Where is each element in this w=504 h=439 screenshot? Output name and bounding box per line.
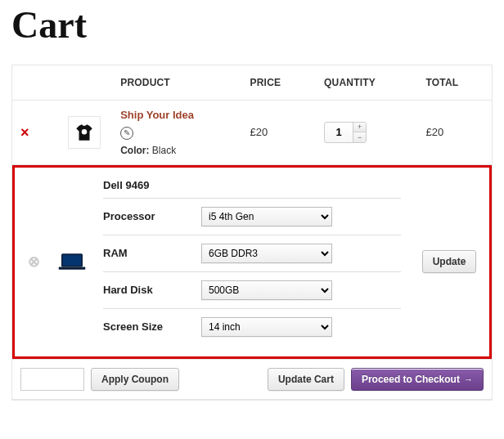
item-total: £20: [417, 101, 492, 165]
product-name: Dell 9469: [103, 172, 401, 199]
cart-actions-row: Apply Coupon Update Cart Proceed to Chec…: [12, 360, 492, 400]
item-price: £20: [242, 101, 317, 165]
quantity-input[interactable]: [325, 123, 353, 142]
svg-rect-3: [59, 267, 86, 270]
svg-rect-2: [63, 255, 82, 266]
quantity-decrease-button[interactable]: −: [353, 132, 366, 142]
quantity-stepper[interactable]: + −: [324, 122, 367, 143]
arrow-right-icon: →: [461, 374, 473, 384]
product-thumbnail[interactable]: [68, 116, 101, 149]
spec-select-harddisk[interactable]: 500GB: [201, 280, 332, 300]
proceed-to-checkout-button[interactable]: Proceed to Checkout →: [351, 368, 484, 391]
product-variation: Color: Black: [120, 145, 233, 156]
product-thumbnail[interactable]: [56, 245, 88, 278]
col-header-price: PRICE: [242, 65, 317, 101]
spec-label-harddisk: Hard Disk: [103, 284, 201, 296]
cart-row-ship-your-idea: × Ship Your Idea ✎ Color: Black £20: [12, 101, 492, 165]
col-header-total: TOTAL: [417, 65, 492, 101]
apply-coupon-button[interactable]: Apply Coupon: [91, 368, 179, 391]
laptop-icon: [56, 251, 88, 272]
spec-select-screen[interactable]: 14 inch: [201, 317, 332, 337]
svg-point-0: [82, 129, 88, 135]
tshirt-icon: [74, 122, 95, 143]
spec-label-screen: Screen Size: [103, 320, 201, 333]
backorder-icon: ✎: [120, 127, 133, 140]
coupon-code-input[interactable]: [20, 368, 84, 391]
remove-item-button[interactable]: ×: [20, 125, 29, 140]
remove-item-button-disabled: ⊗: [28, 254, 40, 269]
cart-row-dell-9469: ⊗ Dell 9469: [12, 165, 492, 360]
update-cart-button[interactable]: Update Cart: [268, 368, 344, 391]
spec-select-ram[interactable]: 6GB DDR3: [201, 244, 332, 263]
spec-select-processor[interactable]: i5 4th Gen: [201, 207, 332, 226]
col-header-product: PRODUCT: [112, 65, 241, 101]
col-header-quantity: QUANTITY: [316, 65, 417, 101]
spec-label-ram: RAM: [103, 247, 201, 259]
update-item-button[interactable]: Update: [422, 250, 477, 273]
quantity-increase-button[interactable]: +: [353, 123, 366, 133]
page-title: Cart: [11, 3, 493, 47]
product-name-link[interactable]: Ship Your Idea: [120, 109, 233, 121]
spec-label-processor: Processor: [103, 210, 201, 222]
cart-table: PRODUCT PRICE QUANTITY TOTAL × Ship Your…: [11, 65, 493, 401]
